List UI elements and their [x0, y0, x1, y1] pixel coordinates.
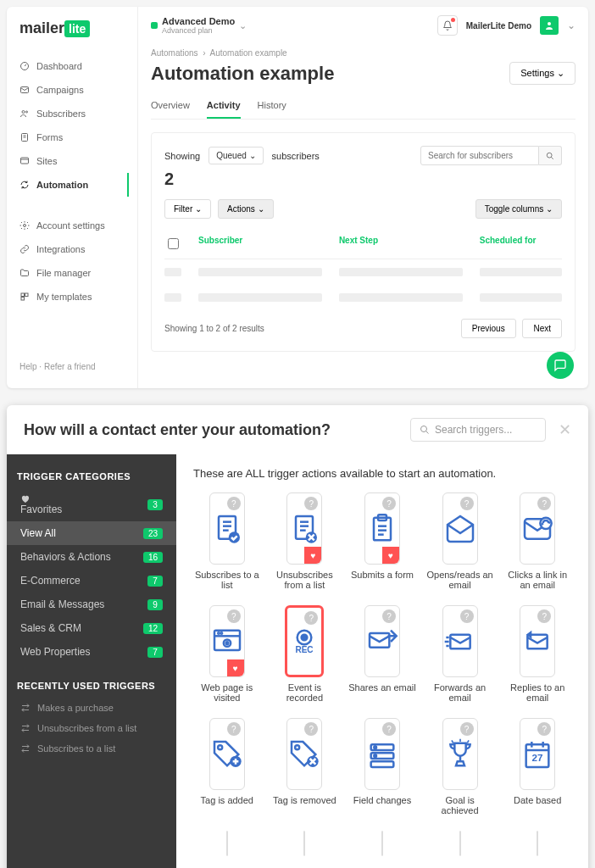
trigger-tag-x[interactable]: ?: [286, 718, 322, 790]
help-icon[interactable]: ?: [537, 609, 551, 623]
col-subscriber[interactable]: Subscriber: [198, 236, 322, 252]
site-icon: [19, 156, 30, 166]
help-icon[interactable]: ?: [227, 609, 241, 623]
trigger-placeholder[interactable]: ?: [303, 831, 305, 856]
category-email-messages[interactable]: Email & Messages9: [17, 593, 166, 616]
trigger-placeholder[interactable]: ?: [381, 831, 383, 856]
help-icon[interactable]: ?: [227, 497, 241, 510]
help-icon[interactable]: ?: [537, 722, 551, 736]
category-e-commerce[interactable]: E-Commerce7: [17, 569, 166, 593]
filter-button[interactable]: Filter ⌄: [164, 199, 211, 219]
help-icon[interactable]: ?: [227, 722, 241, 736]
tab-activity[interactable]: Activity: [207, 93, 241, 119]
help-icon[interactable]: ?: [460, 497, 474, 510]
help-icon[interactable]: ?: [460, 722, 474, 736]
results-text: Showing 1 to 2 of 2 results: [164, 324, 264, 333]
trigger-placeholder[interactable]: ?: [537, 831, 538, 856]
svg-line-17: [426, 431, 429, 434]
trigger-placeholder[interactable]: ?: [459, 831, 461, 856]
trigger-main: These are ALL trigger actions available …: [176, 454, 588, 868]
sidebar-item-automation[interactable]: Automation: [15, 173, 129, 197]
col-next-step[interactable]: Next Step: [339, 236, 463, 252]
trigger-search[interactable]: Search triggers...: [410, 418, 546, 442]
svg-point-52: [296, 745, 300, 749]
trigger-trophy[interactable]: ?: [442, 718, 478, 790]
svg-text:REC: REC: [296, 645, 314, 654]
category-behaviors-actions[interactable]: Behaviors & Actions16: [17, 545, 166, 569]
mail-reply-icon: [520, 625, 554, 659]
sidebar-item-subscribers[interactable]: Subscribers: [15, 102, 129, 125]
trigger-rec[interactable]: ?REC: [285, 605, 324, 677]
sidebar-item-my-templates[interactable]: My templates: [15, 285, 129, 309]
previous-button[interactable]: Previous: [461, 319, 516, 338]
recent-subscribes-to-a-list[interactable]: Subscribes to a list: [17, 738, 166, 759]
status-filter[interactable]: Queued ⌄: [209, 147, 263, 164]
search-button[interactable]: [539, 146, 562, 165]
trigger-mail-share[interactable]: ?: [364, 605, 400, 677]
close-icon[interactable]: ✕: [559, 420, 571, 439]
svg-rect-12: [21, 298, 25, 301]
trigger-tag-plus[interactable]: ?: [209, 718, 245, 790]
trigger-label: Tag is added: [201, 795, 253, 821]
trigger-calendar[interactable]: ?27: [520, 718, 555, 790]
trigger-label: Date based: [514, 795, 561, 821]
sidebar-item-sites[interactable]: Sites: [15, 149, 129, 173]
trigger-doc-check[interactable]: ?: [209, 492, 245, 565]
help-icon[interactable]: ?: [304, 611, 318, 625]
help-icon[interactable]: ?: [382, 497, 396, 510]
help-icon[interactable]: ?: [460, 609, 474, 623]
svg-point-58: [374, 754, 376, 757]
search-icon: [420, 425, 430, 435]
help-icon[interactable]: ?: [382, 722, 396, 736]
tag-plus-icon: [210, 737, 244, 771]
help-link[interactable]: Help: [19, 362, 37, 371]
sidebar-item-account-settings[interactable]: Account settings: [15, 214, 129, 237]
select-all-checkbox[interactable]: [168, 238, 179, 249]
tab-overview[interactable]: Overview: [151, 93, 190, 119]
svg-point-3: [26, 111, 28, 113]
sidebar-item-campaigns[interactable]: Campaigns: [15, 78, 129, 102]
notifications-button[interactable]: [437, 15, 458, 36]
svg-point-50: [218, 745, 222, 749]
breadcrumb-parent[interactable]: Automations: [151, 48, 198, 58]
tab-history[interactable]: History: [258, 93, 286, 119]
trigger-mail-reply[interactable]: ?: [520, 605, 555, 677]
trigger-clipboard[interactable]: ?♥: [364, 492, 400, 565]
recent-unsubscribes-from-a-list[interactable]: Unsubscribes from a list: [17, 718, 166, 738]
col-scheduled[interactable]: Scheduled for: [480, 236, 562, 252]
help-fab[interactable]: [547, 352, 574, 379]
avatar[interactable]: [540, 16, 559, 35]
category-sales-crm[interactable]: Sales & CRM12: [17, 616, 166, 640]
sidebar-item-forms[interactable]: Forms: [15, 125, 129, 149]
sidebar-item-file-manager[interactable]: File manager: [15, 261, 129, 285]
help-icon[interactable]: ?: [537, 497, 551, 510]
next-button[interactable]: Next: [522, 319, 562, 338]
help-icon[interactable]: ?: [304, 497, 318, 510]
trigger-mail-open[interactable]: ?: [442, 492, 478, 565]
actions-button[interactable]: Actions ⌄: [218, 199, 274, 219]
refer-link[interactable]: Refer a friend: [44, 362, 96, 371]
trigger-placeholder[interactable]: ?: [226, 831, 228, 856]
help-icon[interactable]: ?: [382, 609, 396, 623]
trigger-fields[interactable]: ?: [364, 718, 400, 790]
category-web-properties[interactable]: Web Properties7: [17, 640, 166, 664]
trigger-mail-fwd[interactable]: ?: [442, 605, 478, 677]
settings-button[interactable]: Settings ⌄: [509, 62, 576, 85]
sidebar-item-dashboard[interactable]: Dashboard: [15, 54, 129, 78]
swap-icon: [20, 703, 31, 713]
search-input[interactable]: [420, 146, 539, 165]
trigger-mail-link[interactable]: ?: [520, 492, 555, 565]
trigger-doc-x[interactable]: ?♥: [286, 492, 322, 565]
account-selector[interactable]: Advanced Demo Advanced plan ⌄: [151, 16, 247, 35]
recent-makes-a-purchase[interactable]: Makes a purchase: [17, 698, 166, 718]
help-icon[interactable]: ?: [304, 722, 318, 736]
trigger-label: Field changes: [353, 795, 412, 821]
category-favorites[interactable]: Favorites3: [17, 488, 166, 521]
sidebar-item-integrations[interactable]: Integrations: [15, 237, 129, 261]
svg-rect-11: [25, 293, 29, 297]
toggle-columns-button[interactable]: Toggle columns ⌄: [475, 199, 562, 219]
breadcrumb: Automations › Automation example: [151, 48, 576, 58]
trigger-label: Event is recorded: [271, 682, 339, 708]
category-view-all[interactable]: View All23: [7, 521, 176, 545]
trigger-browser[interactable]: ?♥: [209, 605, 245, 677]
